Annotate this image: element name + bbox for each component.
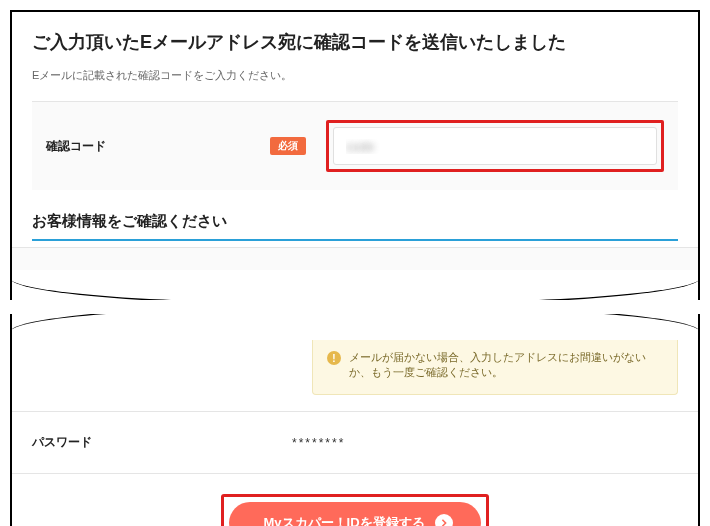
password-label: パスワード — [32, 434, 292, 451]
register-button-label: Myスカパー！IDを登録する — [263, 514, 424, 526]
page-heading: ご入力頂いたEメールアドレス宛に確認コードを送信いたしました — [32, 30, 678, 54]
register-button[interactable]: Myスカパー！IDを登録する — [229, 502, 480, 526]
truncated-row — [12, 247, 698, 270]
confirm-code-label: 確認コード — [46, 138, 106, 155]
register-button-highlight: Myスカパー！IDを登録する — [221, 494, 488, 526]
password-masked-value: ******** — [292, 436, 345, 450]
customer-info-heading: お客様情報をご確認ください — [32, 212, 678, 241]
instruction-text: Eメールに記載された確認コードをご入力ください。 — [32, 68, 678, 83]
torn-edge-bottom — [12, 270, 698, 290]
register-panel: ! メールが届かない場合、入力したアドレスにお間違いがないか、もう一度ご確認くだ… — [10, 314, 700, 526]
confirmation-panel: ご入力頂いたEメールアドレス宛に確認コードを送信いたしました Eメールに記載され… — [10, 10, 700, 300]
torn-edge-top — [12, 320, 698, 340]
required-badge: 必須 — [270, 137, 306, 155]
warning-icon: ! — [327, 351, 341, 365]
confirm-code-row: 確認コード 必須 — [32, 101, 678, 190]
confirm-code-highlight — [326, 120, 664, 172]
email-warning-notice: ! メールが届かない場合、入力したアドレスにお間違いがないか、もう一度ご確認くだ… — [312, 340, 678, 395]
chevron-right-icon — [435, 514, 453, 526]
password-row: パスワード ******** — [12, 411, 698, 474]
confirm-code-input[interactable] — [333, 127, 657, 165]
notice-text: メールが届かない場合、入力したアドレスにお間違いがないか、もう一度ご確認ください… — [349, 350, 663, 380]
